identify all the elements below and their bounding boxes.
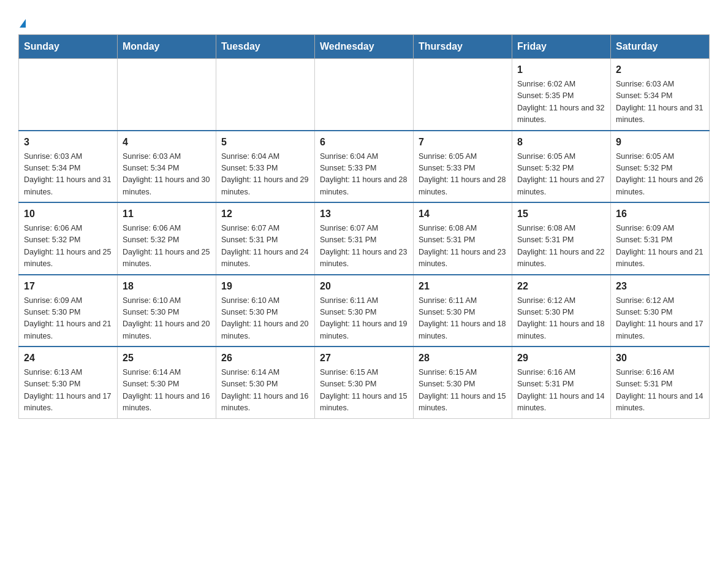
day-info: Sunrise: 6:15 AMSunset: 5:30 PMDaylight:… <box>320 367 408 415</box>
calendar-cell: 29Sunrise: 6:16 AMSunset: 5:31 PMDayligh… <box>512 347 611 418</box>
day-info: Sunrise: 6:16 AMSunset: 5:31 PMDaylight:… <box>616 367 704 415</box>
calendar-cell <box>414 59 512 131</box>
day-info: Sunrise: 6:05 AMSunset: 5:32 PMDaylight:… <box>616 151 704 199</box>
day-info: Sunrise: 6:11 AMSunset: 5:30 PMDaylight:… <box>419 295 507 343</box>
day-info: Sunrise: 6:14 AMSunset: 5:30 PMDaylight:… <box>221 367 309 415</box>
calendar-cell: 23Sunrise: 6:12 AMSunset: 5:30 PMDayligh… <box>611 275 710 347</box>
day-info: Sunrise: 6:10 AMSunset: 5:30 PMDaylight:… <box>123 295 211 343</box>
calendar-cell: 15Sunrise: 6:08 AMSunset: 5:31 PMDayligh… <box>512 202 611 275</box>
day-number: 17 <box>24 279 112 294</box>
day-number: 12 <box>221 207 309 221</box>
day-number: 1 <box>517 63 605 77</box>
day-info: Sunrise: 6:03 AMSunset: 5:34 PMDaylight:… <box>24 151 112 199</box>
calendar-week-row: 3Sunrise: 6:03 AMSunset: 5:34 PMDaylight… <box>19 131 710 203</box>
day-number: 3 <box>24 135 112 150</box>
calendar-cell: 30Sunrise: 6:16 AMSunset: 5:31 PMDayligh… <box>611 347 710 418</box>
calendar-header-row: SundayMondayTuesdayWednesdayThursdayFrid… <box>19 35 710 59</box>
day-info: Sunrise: 6:04 AMSunset: 5:33 PMDaylight:… <box>221 151 309 199</box>
calendar-week-row: 1Sunrise: 6:02 AMSunset: 5:35 PMDaylight… <box>19 59 710 131</box>
day-number: 7 <box>419 135 507 150</box>
day-number: 10 <box>24 207 112 221</box>
logo-top <box>18 12 26 28</box>
day-info: Sunrise: 6:15 AMSunset: 5:30 PMDaylight:… <box>419 367 507 415</box>
day-info: Sunrise: 6:03 AMSunset: 5:34 PMDaylight:… <box>616 79 704 126</box>
day-info: Sunrise: 6:06 AMSunset: 5:32 PMDaylight:… <box>24 223 112 270</box>
calendar-cell <box>19 59 118 131</box>
calendar-cell: 18Sunrise: 6:10 AMSunset: 5:30 PMDayligh… <box>118 275 216 347</box>
day-number: 18 <box>123 279 211 294</box>
col-header-sunday: Sunday <box>19 35 118 59</box>
calendar-cell: 27Sunrise: 6:15 AMSunset: 5:30 PMDayligh… <box>315 347 414 418</box>
day-number: 8 <box>517 135 605 150</box>
calendar-cell: 26Sunrise: 6:14 AMSunset: 5:30 PMDayligh… <box>216 347 315 418</box>
day-number: 19 <box>221 279 309 294</box>
calendar-cell: 4Sunrise: 6:03 AMSunset: 5:34 PMDaylight… <box>118 131 216 203</box>
calendar-cell: 11Sunrise: 6:06 AMSunset: 5:32 PMDayligh… <box>118 202 216 275</box>
day-info: Sunrise: 6:09 AMSunset: 5:30 PMDaylight:… <box>24 295 112 343</box>
day-number: 16 <box>616 207 704 221</box>
calendar-cell: 10Sunrise: 6:06 AMSunset: 5:32 PMDayligh… <box>19 202 118 275</box>
day-number: 13 <box>320 207 408 221</box>
calendar-cell: 2Sunrise: 6:03 AMSunset: 5:34 PMDaylight… <box>611 59 710 131</box>
day-number: 29 <box>517 351 605 366</box>
calendar-cell: 3Sunrise: 6:03 AMSunset: 5:34 PMDaylight… <box>19 131 118 203</box>
calendar-cell: 8Sunrise: 6:05 AMSunset: 5:32 PMDaylight… <box>512 131 611 203</box>
day-info: Sunrise: 6:02 AMSunset: 5:35 PMDaylight:… <box>517 79 605 126</box>
calendar-cell: 13Sunrise: 6:07 AMSunset: 5:31 PMDayligh… <box>315 202 414 275</box>
day-number: 22 <box>517 279 605 294</box>
day-number: 23 <box>616 279 704 294</box>
day-number: 11 <box>123 207 211 221</box>
col-header-friday: Friday <box>512 35 611 59</box>
day-info: Sunrise: 6:11 AMSunset: 5:30 PMDaylight:… <box>320 295 408 343</box>
day-number: 25 <box>123 351 211 366</box>
day-info: Sunrise: 6:12 AMSunset: 5:30 PMDaylight:… <box>616 295 704 343</box>
calendar-cell: 25Sunrise: 6:14 AMSunset: 5:30 PMDayligh… <box>118 347 216 418</box>
day-info: Sunrise: 6:14 AMSunset: 5:30 PMDaylight:… <box>123 367 211 415</box>
calendar-cell <box>315 59 414 131</box>
calendar-cell: 20Sunrise: 6:11 AMSunset: 5:30 PMDayligh… <box>315 275 414 347</box>
day-number: 26 <box>221 351 309 366</box>
day-number: 20 <box>320 279 408 294</box>
day-info: Sunrise: 6:16 AMSunset: 5:31 PMDaylight:… <box>517 367 605 415</box>
day-number: 24 <box>24 351 112 366</box>
day-number: 6 <box>320 135 408 150</box>
calendar-cell: 22Sunrise: 6:12 AMSunset: 5:30 PMDayligh… <box>512 275 611 347</box>
calendar-cell: 14Sunrise: 6:08 AMSunset: 5:31 PMDayligh… <box>414 202 512 275</box>
calendar-week-row: 24Sunrise: 6:13 AMSunset: 5:30 PMDayligh… <box>19 347 710 418</box>
logo <box>18 12 26 28</box>
day-info: Sunrise: 6:13 AMSunset: 5:30 PMDaylight:… <box>24 367 112 415</box>
calendar-cell: 6Sunrise: 6:04 AMSunset: 5:33 PMDaylight… <box>315 131 414 203</box>
day-number: 21 <box>419 279 507 294</box>
page-header <box>18 12 710 28</box>
day-number: 30 <box>616 351 704 366</box>
calendar-cell: 9Sunrise: 6:05 AMSunset: 5:32 PMDaylight… <box>611 131 710 203</box>
day-number: 9 <box>616 135 704 150</box>
calendar-cell: 16Sunrise: 6:09 AMSunset: 5:31 PMDayligh… <box>611 202 710 275</box>
calendar-week-row: 10Sunrise: 6:06 AMSunset: 5:32 PMDayligh… <box>19 202 710 275</box>
col-header-thursday: Thursday <box>414 35 512 59</box>
col-header-monday: Monday <box>118 35 216 59</box>
calendar-cell: 24Sunrise: 6:13 AMSunset: 5:30 PMDayligh… <box>19 347 118 418</box>
calendar-cell: 21Sunrise: 6:11 AMSunset: 5:30 PMDayligh… <box>414 275 512 347</box>
day-number: 15 <box>517 207 605 221</box>
day-info: Sunrise: 6:05 AMSunset: 5:32 PMDaylight:… <box>517 151 605 199</box>
day-info: Sunrise: 6:09 AMSunset: 5:31 PMDaylight:… <box>616 223 704 270</box>
day-number: 14 <box>419 207 507 221</box>
day-info: Sunrise: 6:04 AMSunset: 5:33 PMDaylight:… <box>320 151 408 199</box>
day-info: Sunrise: 6:05 AMSunset: 5:33 PMDaylight:… <box>419 151 507 199</box>
day-number: 27 <box>320 351 408 366</box>
col-header-wednesday: Wednesday <box>315 35 414 59</box>
calendar-cell: 28Sunrise: 6:15 AMSunset: 5:30 PMDayligh… <box>414 347 512 418</box>
calendar-cell: 17Sunrise: 6:09 AMSunset: 5:30 PMDayligh… <box>19 275 118 347</box>
day-info: Sunrise: 6:03 AMSunset: 5:34 PMDaylight:… <box>123 151 211 199</box>
calendar-week-row: 17Sunrise: 6:09 AMSunset: 5:30 PMDayligh… <box>19 275 710 347</box>
day-info: Sunrise: 6:10 AMSunset: 5:30 PMDaylight:… <box>221 295 309 343</box>
calendar-cell <box>118 59 216 131</box>
calendar-cell: 5Sunrise: 6:04 AMSunset: 5:33 PMDaylight… <box>216 131 315 203</box>
day-number: 5 <box>221 135 309 150</box>
day-number: 2 <box>616 63 704 77</box>
logo-triangle-icon <box>20 19 26 28</box>
day-info: Sunrise: 6:08 AMSunset: 5:31 PMDaylight:… <box>517 223 605 270</box>
day-info: Sunrise: 6:08 AMSunset: 5:31 PMDaylight:… <box>419 223 507 270</box>
day-info: Sunrise: 6:07 AMSunset: 5:31 PMDaylight:… <box>320 223 408 270</box>
